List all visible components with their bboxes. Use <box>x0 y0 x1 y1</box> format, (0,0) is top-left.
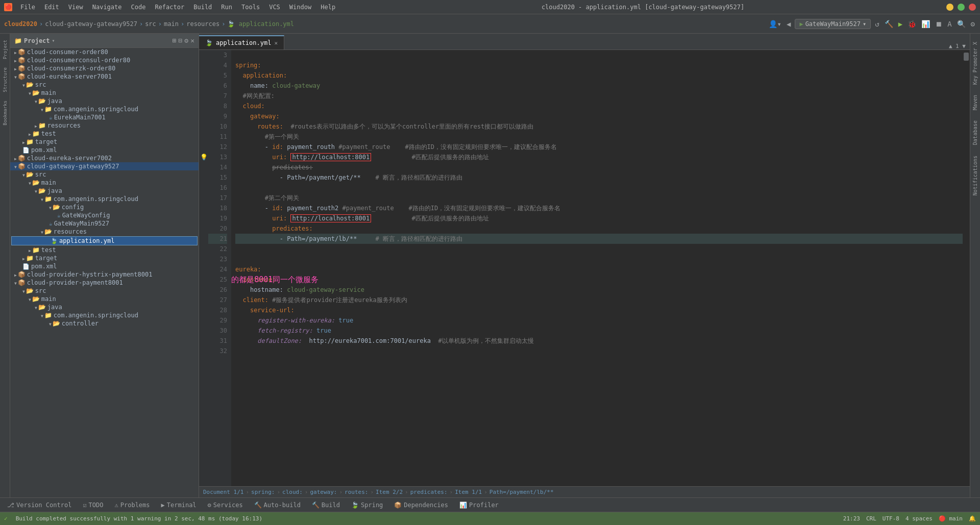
maximize-button[interactable]: □ <box>958 4 965 11</box>
scrollbar-thumb[interactable] <box>964 53 969 61</box>
structure-tool-window[interactable]: Structure <box>2 65 9 94</box>
tree-item[interactable]: 📁 resources <box>10 121 199 130</box>
database-tab[interactable]: Database <box>970 116 980 149</box>
maven-tab[interactable]: Maven <box>970 91 980 114</box>
close-button[interactable]: ✕ <box>969 4 976 11</box>
menu-view[interactable]: View <box>64 3 87 12</box>
menu-help[interactable]: Help <box>316 3 339 12</box>
tree-item[interactable]: 📁 test <box>10 246 199 254</box>
code-content[interactable]: spring: application: name: cloud-gateway… <box>231 50 963 486</box>
application-yml-item[interactable]: 🍃 application.yml <box>11 236 198 245</box>
tree-item[interactable]: 📂 controller <box>10 319 199 328</box>
tab-close-button[interactable]: ✕ <box>274 40 278 46</box>
breadcrumb-item11[interactable]: Item 1/1 <box>455 489 482 495</box>
breadcrumb-resources[interactable]: resources <box>186 20 219 28</box>
tree-item[interactable]: 📂 java <box>10 303 199 311</box>
close-panel-icon[interactable]: ✕ <box>190 37 194 44</box>
translate-icon[interactable]: A <box>946 19 952 29</box>
tree-item[interactable]: 📦 cloud-consumer-order80 <box>10 48 199 56</box>
menu-edit[interactable]: Edit <box>40 3 63 12</box>
tree-item[interactable]: 📂 main <box>10 295 199 303</box>
back-icon[interactable]: ◀ <box>786 19 792 29</box>
project-tool-window[interactable]: Project <box>2 38 9 61</box>
tree-item[interactable]: 📂 main <box>10 89 199 97</box>
breadcrumb-item22[interactable]: Item 2/2 <box>376 489 403 495</box>
menu-code[interactable]: Code <box>127 3 150 12</box>
refresh-icon[interactable]: ↺ <box>874 19 880 29</box>
tree-item[interactable]: 📁 test <box>10 130 199 138</box>
version-control-tab[interactable]: ⎇ Version Control <box>2 498 77 512</box>
terminal-tab[interactable]: ▶ Terminal <box>156 498 202 512</box>
git-branch[interactable]: 🔴 main <box>939 515 963 522</box>
menu-navigate[interactable]: Navigate <box>88 3 126 12</box>
problems-tab[interactable]: ⚠ Problems <box>110 498 155 512</box>
breadcrumb-spring[interactable]: spring: <box>251 489 275 495</box>
tree-item[interactable]: ☕ GateWayMain9527 <box>10 219 199 228</box>
tree-item[interactable]: 📦 cloud-eureka-server7002 <box>10 154 199 162</box>
tree-item[interactable]: 📂 resources <box>10 228 199 236</box>
tree-item[interactable]: 📁 com.angenin.springcloud <box>10 105 199 113</box>
coverage-icon[interactable]: 📊 <box>920 19 931 29</box>
menu-tools[interactable]: Tools <box>237 3 264 12</box>
breadcrumb-gateway[interactable]: gateway: <box>310 489 337 495</box>
encoding-status[interactable]: UTF-8 <box>883 515 899 522</box>
tree-item[interactable]: 📁 target <box>10 138 199 146</box>
tree-item[interactable]: 📄 pom.xml <box>10 262 199 270</box>
tree-item[interactable]: 📂 java <box>10 97 199 105</box>
breadcrumb-module[interactable]: cloud-gateway-gateway9527 <box>45 20 137 28</box>
stop-icon[interactable]: ⏹ <box>934 19 943 29</box>
run-config-selector[interactable]: ▶ GateWayMain9527 ▾ <box>795 19 871 29</box>
breadcrumb-main[interactable]: main <box>164 20 179 28</box>
notifications-count[interactable]: 🔔 <box>969 515 976 522</box>
tree-item[interactable]: ☕ EurekaMain7001 <box>10 113 199 121</box>
profiler-tab[interactable]: 📊 Profiler <box>454 498 504 512</box>
key-promoter-tab[interactable]: Key Promoter X <box>970 38 980 89</box>
tree-item[interactable]: 📂 config <box>10 203 199 211</box>
line-ending[interactable]: CRL <box>866 515 876 522</box>
menu-window[interactable]: Window <box>285 3 315 12</box>
dependencies-tab[interactable]: 📦 Dependencies <box>389 498 453 512</box>
menu-vcs[interactable]: VCS <box>265 3 284 12</box>
gear-icon[interactable]: ⚙ <box>184 37 188 44</box>
tree-item[interactable]: 📂 src <box>10 287 199 295</box>
search-everywhere-icon[interactable]: 🔍 <box>956 19 967 29</box>
tree-item[interactable]: 📂 java <box>10 187 199 195</box>
spring-tab[interactable]: 🍃 Spring <box>346 498 388 512</box>
build-tab[interactable]: 🔨 Build <box>307 498 345 512</box>
breadcrumb-predicates[interactable]: predicates: <box>410 489 448 495</box>
breadcrumb-project[interactable]: cloud2020 <box>4 20 37 28</box>
tree-item[interactable]: 📦 cloud-consumerconsul-order80 <box>10 56 199 64</box>
tree-item[interactable]: 📂 src <box>10 81 199 89</box>
breadcrumb-routes[interactable]: routes: <box>345 489 368 495</box>
menu-build[interactable]: Build <box>189 3 216 12</box>
tree-item[interactable]: 📂 src <box>10 170 199 179</box>
breadcrumb-path[interactable]: Path=/payment/lb/** <box>489 489 554 495</box>
notifications-tab[interactable]: Notifications <box>970 152 980 199</box>
todo-tab[interactable]: ☑ TODO <box>78 498 108 512</box>
tree-item[interactable]: 📦 cloud-gateway-gateway9527 <box>10 162 199 170</box>
breadcrumb-cloud[interactable]: cloud: <box>282 489 303 495</box>
menu-refactor[interactable]: Refactor <box>151 3 188 12</box>
bookmarks-tool-window[interactable]: Bookmarks <box>2 98 9 128</box>
tree-item[interactable]: ☕ GateWayConfig <box>10 211 199 219</box>
tree-item[interactable]: 📁 com.angenin.springcloud <box>10 195 199 203</box>
debug-icon[interactable]: 🐞 <box>906 19 917 29</box>
tree-item[interactable]: 📦 cloud-eureka-server7001 <box>10 72 199 81</box>
breadcrumb-file[interactable]: 🍃 application.yml <box>227 20 294 28</box>
tree-item[interactable]: 📁 com.angenin.springcloud <box>10 311 199 319</box>
scroll-to-end-icon[interactable]: ▲ 1 ▼ <box>949 43 966 49</box>
menu-file[interactable]: File <box>16 3 39 12</box>
tree-item[interactable]: 📁 target <box>10 254 199 262</box>
auto-build-tab[interactable]: 🔨 Auto-build <box>249 498 306 512</box>
tree-item[interactable]: 📦 cloud-provider-hystrix-payment8001 <box>10 270 199 279</box>
menu-run[interactable]: Run <box>217 3 236 12</box>
tree-item[interactable]: 📦 cloud-provider-payment8001 <box>10 279 199 287</box>
collapse-all-icon[interactable]: ⊟ <box>179 37 183 44</box>
tree-item[interactable]: 📂 main <box>10 179 199 187</box>
run-icon[interactable]: ▶ <box>897 19 903 29</box>
profile-icon[interactable]: 👤▾ <box>768 19 782 29</box>
settings-icon[interactable]: ⚙ <box>970 19 976 29</box>
tree-item[interactable]: 📄 pom.xml <box>10 146 199 154</box>
breadcrumb-src[interactable]: src <box>145 20 156 28</box>
cursor-position[interactable]: 21:23 <box>843 515 860 522</box>
